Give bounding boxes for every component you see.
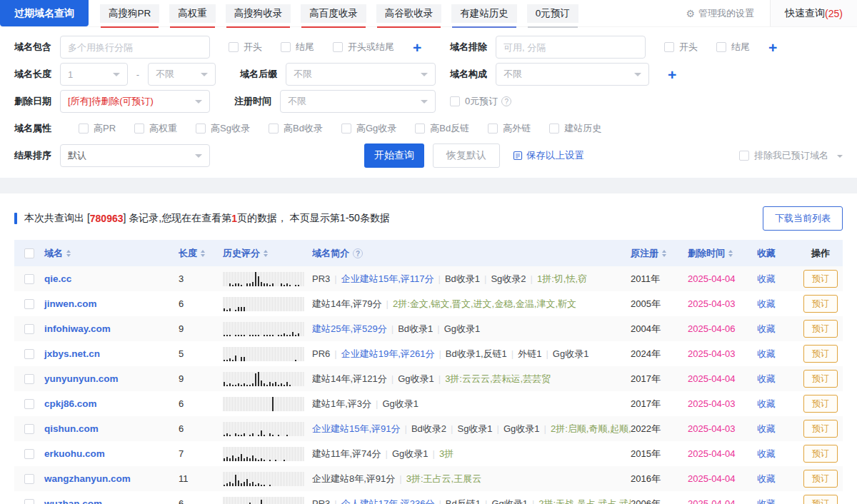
domain-link[interactable]: wangzhanyun.com — [44, 473, 131, 484]
include-option-checkbox[interactable] — [333, 42, 343, 52]
book-button[interactable]: 预订 — [803, 470, 838, 488]
row-checkbox[interactable] — [24, 374, 34, 384]
sort-icon[interactable] — [264, 250, 268, 257]
exclude-reserved-checkbox-input[interactable] — [739, 151, 749, 161]
row-checkbox[interactable] — [24, 474, 34, 484]
nav-tab[interactable]: 有建站历史 — [451, 4, 517, 23]
sort-icon[interactable] — [66, 250, 71, 257]
row-checkbox[interactable] — [24, 424, 34, 434]
zero-yuan-checkbox[interactable]: 0元预订 — [450, 95, 498, 108]
row-checkbox[interactable] — [24, 324, 34, 334]
domain-link[interactable]: jxbys.net.cn — [44, 348, 100, 359]
nav-tab[interactable]: 高谷歌收录 — [376, 4, 442, 23]
quick-query-link[interactable]: 快速查询 (25) — [770, 0, 857, 26]
add-include-icon[interactable]: + — [413, 40, 421, 55]
sort-icon[interactable] — [662, 250, 666, 257]
nav-tab[interactable]: 高搜狗PR — [100, 4, 159, 23]
domain-link[interactable]: qishun.com — [44, 423, 99, 434]
manage-settings-link[interactable]: ⚙ 管理我的设置 — [686, 7, 755, 20]
favorite-link[interactable]: 收藏 — [757, 298, 776, 309]
attr-option-checkbox[interactable] — [549, 124, 559, 133]
intro-link[interactable]: 企业建站15年,评91分 — [312, 423, 401, 434]
domain-link[interactable]: wuzhan.com — [44, 498, 102, 504]
domain-include-input[interactable] — [60, 36, 210, 59]
reg-time-select[interactable]: 不限 — [280, 90, 436, 113]
favorite-link[interactable]: 收藏 — [757, 373, 776, 384]
suffix-select[interactable]: 不限 — [286, 63, 436, 86]
favorite-link[interactable]: 收藏 — [757, 273, 776, 284]
favorite-link[interactable]: 收藏 — [757, 448, 776, 459]
domain-link[interactable]: yunyunyun.com — [44, 373, 119, 384]
attr-option[interactable]: 高Bd收录 — [269, 122, 323, 135]
attr-option-checkbox[interactable] — [269, 124, 279, 133]
attr-option-checkbox[interactable] — [341, 124, 351, 133]
row-checkbox[interactable] — [24, 399, 34, 409]
sort-icon[interactable] — [201, 250, 205, 257]
attr-option-checkbox[interactable] — [196, 124, 206, 133]
attr-option[interactable]: 高Gg收录 — [341, 122, 396, 135]
domain-link[interactable]: cpkj86.com — [44, 398, 97, 409]
book-button[interactable]: 预订 — [803, 370, 838, 388]
favorite-link[interactable]: 收藏 — [757, 348, 776, 359]
include-option[interactable]: 结尾 — [281, 41, 314, 54]
download-list-button[interactable]: 下载当前列表 — [763, 206, 843, 231]
include-option[interactable]: 开头 — [229, 41, 262, 54]
row-checkbox[interactable] — [24, 299, 34, 309]
row-checkbox[interactable] — [24, 499, 34, 504]
intro-link[interactable]: 个人建站17年,评236分 — [341, 498, 435, 504]
add-exclude-icon[interactable]: + — [768, 40, 777, 55]
exclude-option-checkbox[interactable] — [664, 42, 674, 52]
add-compose-icon[interactable]: + — [668, 67, 676, 82]
length-from-select[interactable]: 1 — [60, 63, 128, 86]
attr-option-checkbox[interactable] — [79, 124, 89, 133]
col-length[interactable]: 长度 — [179, 247, 223, 260]
select-all-checkbox[interactable] — [24, 248, 34, 258]
include-option-checkbox[interactable] — [281, 42, 291, 52]
include-option-checkbox[interactable] — [229, 42, 239, 52]
tab-expired-domain-query[interactable]: 过期域名查询 — [0, 0, 89, 26]
col-domain[interactable]: 域名 — [44, 247, 179, 260]
book-button[interactable]: 预订 — [803, 295, 838, 313]
nav-tab[interactable]: 高权重 — [169, 4, 216, 23]
attr-option[interactable]: 高外链 — [488, 122, 531, 135]
favorite-link[interactable]: 收藏 — [757, 473, 776, 484]
save-settings-link[interactable]: 保存以上设置 — [513, 149, 584, 162]
book-button[interactable]: 预订 — [803, 420, 838, 438]
nav-tab[interactable]: 高搜狗收录 — [226, 4, 291, 23]
favorite-link[interactable]: 收藏 — [757, 323, 776, 334]
search-button[interactable]: 开始查询 — [364, 143, 424, 168]
row-checkbox[interactable] — [24, 274, 34, 284]
exclude-reserved-checkbox[interactable]: 排除我已预订域名 — [739, 149, 843, 162]
attr-option[interactable]: 高PR — [79, 122, 116, 135]
attr-option[interactable]: 高权重 — [134, 122, 177, 135]
exclude-option-checkbox[interactable] — [716, 42, 726, 52]
attr-option-checkbox[interactable] — [134, 124, 144, 133]
length-to-select[interactable]: 不限 — [148, 63, 216, 86]
attr-option[interactable]: 建站历史 — [549, 122, 601, 135]
row-checkbox[interactable] — [24, 349, 34, 359]
book-button[interactable]: 预订 — [803, 270, 838, 288]
intro-link[interactable]: 企业建站19年,评261分 — [341, 348, 435, 359]
nav-tab[interactable]: 0元预订 — [527, 4, 578, 23]
delete-date-select[interactable]: [所有]待删除(可预订) — [60, 90, 210, 113]
include-option[interactable]: 开头或结尾 — [333, 41, 394, 54]
sort-select[interactable]: 默认 — [60, 144, 210, 167]
compose-select[interactable]: 不限 — [496, 63, 649, 86]
book-button[interactable]: 预订 — [803, 445, 838, 463]
reset-button[interactable]: 恢复默认 — [433, 143, 500, 168]
domain-link[interactable]: jinwen.com — [44, 298, 97, 309]
sort-icon[interactable] — [728, 250, 733, 257]
domain-link[interactable]: erkuohu.com — [44, 448, 105, 459]
row-checkbox[interactable] — [24, 449, 34, 459]
intro-link[interactable]: 建站25年,评529分 — [312, 323, 387, 334]
domain-exclude-input[interactable] — [496, 36, 646, 59]
exclude-option[interactable]: 开头 — [664, 41, 698, 54]
intro-link[interactable]: 企业建站15年,评117分 — [341, 273, 434, 284]
favorite-link[interactable]: 收藏 — [757, 498, 776, 504]
attr-option-checkbox[interactable] — [488, 124, 498, 133]
book-button[interactable]: 预订 — [803, 320, 838, 338]
book-button[interactable]: 预订 — [803, 395, 838, 413]
favorite-link[interactable]: 收藏 — [757, 398, 776, 409]
help-icon[interactable]: ? — [353, 248, 363, 258]
col-history-score[interactable]: 历史评分 — [223, 247, 312, 260]
